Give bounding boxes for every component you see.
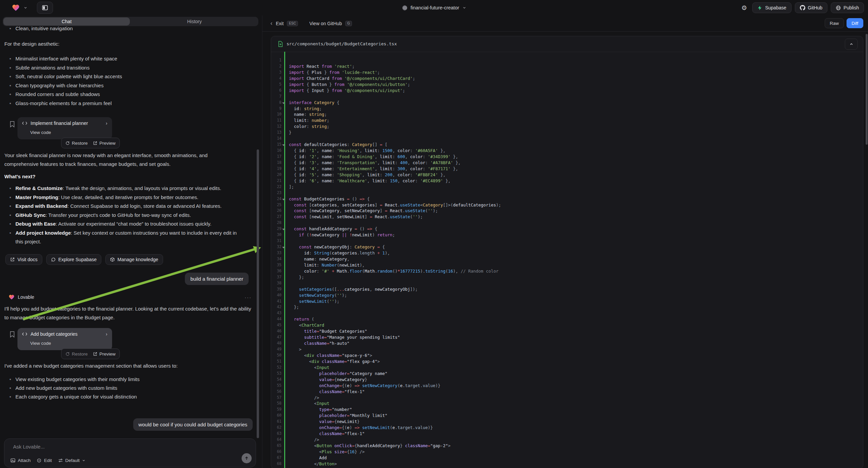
code-line: 62 onChange={(e) => setNewLimit(e.target… (271, 425, 863, 431)
exit-button[interactable]: Exit (276, 21, 283, 26)
restore-icon (65, 352, 70, 356)
preview-button[interactable]: Preview (93, 351, 116, 356)
project-switcher[interactable]: financial-future-creator (402, 0, 466, 16)
view-code-link[interactable]: View code (30, 341, 51, 346)
design-aesthetic-heading: For the design aesthetic: (4, 39, 59, 48)
publish-button[interactable]: Publish (831, 2, 864, 13)
lovable-logo-heart-icon[interactable] (11, 4, 20, 12)
bullet-dot: • (9, 90, 11, 99)
line-number: 30 (271, 232, 281, 238)
code-icon (22, 121, 27, 125)
raw-toggle-button[interactable]: Raw (825, 18, 844, 28)
restore-button[interactable]: Restore (65, 351, 88, 356)
line-number: 36 (271, 268, 281, 274)
workspace-chevron-down-icon[interactable] (24, 6, 28, 10)
code-line: 53 placeholder="Category name" (271, 371, 863, 377)
line-number: 43 (271, 310, 281, 316)
version-card-title: Add budget categories (31, 331, 78, 337)
code-line: 50 <div className="space-y-6"> (271, 352, 863, 358)
code-line: 55 onChange={(e) => setNewCategory(e.tar… (271, 383, 863, 389)
view-on-github-link[interactable]: View on GitHub (309, 21, 342, 26)
code-text: <div className="flex gap-4"> (289, 358, 380, 364)
explore-supabase-button[interactable]: Explore Supabase (46, 254, 101, 265)
edit-mode-button[interactable]: Edit (37, 458, 52, 463)
view-code-link[interactable]: View code (30, 130, 51, 135)
preview-button[interactable]: Preview (93, 141, 116, 146)
chevron-right-icon[interactable]: › (106, 120, 107, 126)
code-text: interface Category { (289, 100, 340, 106)
bullet-dot: • (9, 24, 11, 33)
line-number: 21 (271, 178, 281, 184)
send-button[interactable] (242, 453, 252, 463)
visit-docs-button[interactable]: Visit docs (5, 254, 42, 265)
supabase-button[interactable]: Supabase (752, 2, 791, 13)
settings-gear-icon[interactable]: ⚙ (739, 4, 749, 11)
version-card-title: Implement financial planner (31, 120, 88, 126)
chat-scrollbar-thumb[interactable] (257, 149, 259, 438)
bullet-dot: • (9, 375, 11, 384)
assistant-message-header: Lovable ··· (8, 293, 252, 301)
bullet-bold-label: Expand with Backend (16, 203, 67, 209)
bullet-text: : Tweak the design, animations, and layo… (63, 185, 221, 191)
message-menu-ellipsis-icon[interactable]: ··· (245, 294, 252, 300)
bullet-text: Clean, intuitive navigation (16, 26, 73, 31)
fold-chevron-icon[interactable] (282, 144, 285, 146)
sidebar-toggle-button[interactable] (37, 2, 53, 14)
diff-toggle-button[interactable]: Diff (846, 18, 863, 28)
code-text: name: newCategory, (289, 256, 350, 262)
model-select[interactable]: Default (58, 458, 86, 463)
code-text: id: string; (289, 106, 322, 112)
code-text: value={newCategory} (289, 377, 367, 383)
collapse-file-button[interactable] (845, 39, 858, 50)
publish-globe-icon (836, 5, 841, 10)
back-chevron-icon[interactable]: ‹ (271, 20, 273, 27)
fold-chevron-icon[interactable] (282, 229, 285, 230)
line-number: 64 (271, 437, 281, 443)
code-line: 59 type="number" (271, 407, 863, 413)
bookmark-icon[interactable] (9, 121, 15, 127)
chat-bubble-icon (51, 257, 56, 262)
code-scrollbar-thumb[interactable] (866, 34, 868, 145)
added-bullet-list: •View existing budget categories with th… (0, 375, 242, 401)
code-line: 60 placeholder="Monthly limit" (271, 413, 863, 419)
restore-button[interactable]: Restore (65, 141, 88, 146)
bullet-text: Rounded corners and subtle shadows (16, 91, 100, 97)
lovable-app-window: financial-future-creator ⚙ Supabase GitH… (0, 0, 868, 468)
code-line: 36 color: '#' + Math.floor(Math.random()… (271, 268, 863, 274)
line-number: 54 (271, 377, 281, 383)
chevron-right-icon[interactable]: › (106, 331, 107, 337)
chat-input[interactable] (12, 443, 215, 450)
line-number: 49 (271, 347, 281, 352)
line-number: 42 (271, 304, 281, 310)
code-text: color: '#' + Math.floor(Math.random()*16… (289, 268, 499, 274)
attach-image-icon (10, 458, 16, 463)
code-line: 15const defaultCategories: Category[] = … (271, 142, 863, 148)
fold-chevron-icon[interactable] (282, 247, 285, 248)
version-card-add-budget-categories[interactable]: Add budget categories › View code (18, 328, 112, 350)
target-icon (37, 458, 41, 463)
version-card-implement-financial-planner[interactable]: Implement financial planner › View code (18, 117, 112, 139)
code-text: setNewLimit(''); (289, 298, 340, 304)
code-text: subtitle="Manage your spending limits" (289, 334, 400, 341)
code-line: 17 { id: '2', name: 'Food & Dining', lim… (271, 154, 863, 160)
fold-chevron-icon[interactable] (282, 199, 285, 200)
code-line: 14 (271, 136, 863, 142)
code-editor-body[interactable]: 12import React from 'react';3import { Pl… (271, 52, 863, 468)
fold-chevron-icon[interactable] (282, 103, 285, 104)
chat-panel: Chat History • Clean, intuitive navigati… (0, 16, 262, 468)
arrow-up-icon (244, 456, 249, 461)
file-header[interactable]: src/components/budget/BudgetCategories.t… (271, 36, 863, 52)
code-line: 66 <Plus size={16} /> (271, 449, 863, 455)
code-line: 51 <div className="flex gap-4"> (271, 358, 863, 364)
lovable-avatar-heart-icon (8, 294, 15, 300)
code-text: { id: '1', name: 'Housing', limit: 1500,… (289, 148, 445, 154)
bullet-dot: • (9, 81, 11, 90)
code-line: 41 setNewLimit(''); (271, 298, 863, 304)
code-text: Add (289, 455, 327, 461)
github-button[interactable]: GitHub (795, 2, 828, 13)
line-number: 1 (271, 57, 281, 63)
bookmark-icon[interactable] (9, 331, 15, 338)
bullet-dot: • (9, 72, 11, 81)
manage-knowledge-button[interactable]: Manage knowledge (105, 254, 163, 265)
attach-button[interactable]: Attach (10, 458, 31, 463)
